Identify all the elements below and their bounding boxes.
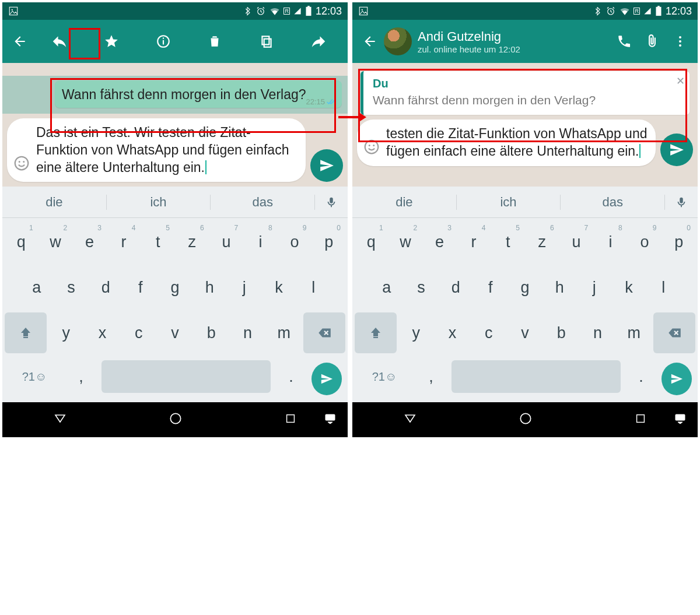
enter-key[interactable]: [662, 363, 692, 395]
key-q[interactable]: q1: [355, 222, 388, 262]
close-quote-button[interactable]: ✕: [676, 75, 685, 87]
key-h[interactable]: h: [543, 267, 576, 308]
selected-message-row[interactable]: Wann fährst denn morgen in den Verlag? 2…: [2, 76, 348, 114]
back-button[interactable]: [6, 27, 34, 55]
emoji-button[interactable]: [13, 154, 30, 177]
suggestion[interactable]: die: [2, 195, 107, 210]
key-q[interactable]: q1: [5, 222, 38, 262]
period-key[interactable]: .: [276, 360, 306, 393]
send-button[interactable]: [310, 149, 343, 182]
key-j[interactable]: j: [228, 267, 261, 308]
key-e[interactable]: e3: [423, 222, 456, 262]
key-a[interactable]: a: [20, 267, 53, 308]
contact-title[interactable]: Andi Gutzelnig zul. online heute um 12:0…: [418, 29, 610, 54]
compose-input[interactable]: Das ist ein Test. Wir testen die Zitat-F…: [7, 118, 306, 182]
key-j[interactable]: j: [578, 267, 611, 308]
nav-recent[interactable]: [634, 412, 647, 427]
key-d[interactable]: d: [89, 267, 123, 308]
key-b[interactable]: b: [193, 312, 229, 353]
key-n[interactable]: n: [579, 312, 615, 353]
symbols-key[interactable]: ?1☺: [358, 360, 411, 393]
nav-back[interactable]: [403, 412, 417, 428]
mic-button[interactable]: [665, 196, 698, 209]
key-f[interactable]: f: [474, 267, 507, 308]
key-x[interactable]: x: [434, 312, 470, 353]
key-s[interactable]: s: [54, 267, 88, 308]
shift-key[interactable]: [355, 312, 397, 353]
key-a[interactable]: a: [370, 267, 403, 308]
suggestion[interactable]: die: [352, 195, 457, 210]
backspace-key[interactable]: [303, 312, 345, 353]
key-m[interactable]: m: [616, 312, 652, 353]
key-o[interactable]: o9: [278, 222, 312, 262]
nav-recent[interactable]: [284, 412, 297, 427]
key-k[interactable]: k: [612, 267, 645, 308]
key-l[interactable]: l: [297, 267, 330, 308]
key-g[interactable]: g: [158, 267, 191, 308]
shift-key[interactable]: [5, 312, 47, 353]
avatar[interactable]: [384, 27, 412, 55]
reply-button[interactable]: [46, 27, 74, 55]
key-y[interactable]: y: [48, 312, 84, 353]
key-l[interactable]: l: [647, 267, 680, 308]
key-k[interactable]: k: [262, 267, 295, 308]
key-u[interactable]: u7: [560, 222, 593, 262]
comma-key[interactable]: ,: [416, 360, 446, 393]
emoji-button[interactable]: [363, 138, 380, 160]
mic-button[interactable]: [315, 196, 348, 209]
key-i[interactable]: i8: [594, 222, 627, 262]
key-d[interactable]: d: [439, 267, 473, 308]
attach-button[interactable]: [638, 27, 666, 55]
key-v[interactable]: v: [507, 312, 543, 353]
nav-home[interactable]: [518, 411, 533, 428]
key-n[interactable]: n: [229, 312, 265, 353]
key-i[interactable]: i8: [244, 222, 277, 262]
key-c[interactable]: c: [471, 312, 507, 353]
more-button[interactable]: [666, 27, 694, 55]
forward-button[interactable]: [304, 27, 332, 55]
nav-back[interactable]: [53, 412, 67, 428]
key-t[interactable]: t5: [491, 222, 524, 262]
key-x[interactable]: x: [84, 312, 120, 353]
suggestion[interactable]: ich: [457, 195, 561, 210]
key-r[interactable]: r4: [457, 222, 491, 262]
send-button[interactable]: [660, 133, 693, 166]
key-t[interactable]: t5: [141, 222, 174, 262]
suggestion[interactable]: ich: [107, 195, 211, 210]
nav-home[interactable]: [168, 411, 183, 428]
space-key[interactable]: [452, 360, 621, 393]
key-m[interactable]: m: [266, 312, 302, 353]
key-g[interactable]: g: [508, 267, 541, 308]
key-b[interactable]: b: [543, 312, 579, 353]
key-z[interactable]: z6: [176, 222, 209, 262]
key-o[interactable]: o9: [628, 222, 662, 262]
enter-key[interactable]: [312, 363, 342, 395]
key-r[interactable]: r4: [107, 222, 141, 262]
star-button[interactable]: [97, 27, 125, 55]
key-p[interactable]: p0: [312, 222, 345, 262]
key-y[interactable]: y: [398, 312, 434, 353]
nav-keyboard[interactable]: [323, 412, 337, 428]
key-p[interactable]: p0: [662, 222, 695, 262]
backspace-key[interactable]: [653, 312, 695, 353]
key-f[interactable]: f: [124, 267, 157, 308]
key-z[interactable]: z6: [526, 222, 559, 262]
key-c[interactable]: c: [121, 312, 157, 353]
delete-button[interactable]: [201, 27, 229, 55]
copy-button[interactable]: [253, 27, 281, 55]
period-key[interactable]: .: [626, 360, 656, 393]
key-v[interactable]: v: [157, 312, 193, 353]
key-w[interactable]: w2: [39, 222, 72, 262]
suggestion[interactable]: das: [561, 195, 665, 210]
info-button[interactable]: [149, 27, 177, 55]
call-button[interactable]: [610, 27, 638, 55]
message-bubble-selected[interactable]: Wann fährst denn morgen in den Verlag? 2…: [55, 80, 342, 108]
key-u[interactable]: u7: [210, 222, 243, 262]
key-h[interactable]: h: [193, 267, 226, 308]
compose-input[interactable]: testen die Zitat-Funktion von WhatsApp u…: [357, 120, 656, 166]
comma-key[interactable]: ,: [66, 360, 96, 393]
key-e[interactable]: e3: [73, 222, 106, 262]
nav-keyboard[interactable]: [673, 412, 687, 428]
back-button[interactable]: [356, 27, 384, 55]
space-key[interactable]: [102, 360, 271, 393]
